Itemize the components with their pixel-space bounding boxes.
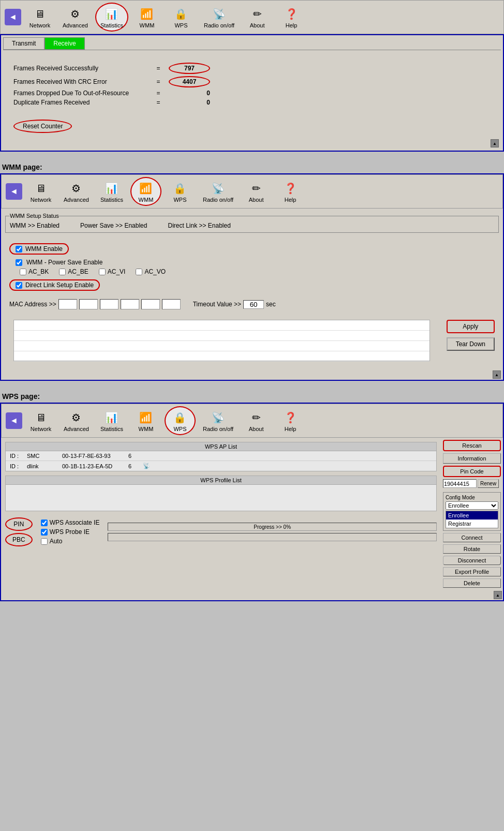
apply-button[interactable]: Apply: [447, 320, 495, 333]
wps-nav-about[interactable]: ✏ About: [241, 407, 272, 434]
wps-sidebar: Rescan Information Pin Code Renew Config…: [441, 438, 503, 590]
ap-icon-1: 📡: [143, 463, 153, 469]
wmm-nav-help[interactable]: ❓ Help: [275, 178, 306, 205]
wmm-power-save-label: WMM - Power Save Enable: [26, 259, 102, 266]
wps-ie-options: WPS Associate IE WPS Probe IE Auto: [41, 519, 100, 545]
wps-nav-bar: ◄ 🖥 Network ⚙ Advanced 📊 Statistics 📶 WM…: [1, 404, 503, 438]
stat-value-0: 797: [169, 63, 210, 74]
wps-page-header: WPS page:: [0, 388, 504, 403]
wps-nav-wmm[interactable]: 📶 WMM: [130, 407, 161, 434]
registrar-option-item[interactable]: Registrar: [446, 520, 498, 528]
ac-vo-checkbox[interactable]: [136, 269, 142, 275]
wps-label: WPS: [174, 22, 187, 28]
mac-field-1[interactable]: [79, 299, 98, 309]
transmit-tab[interactable]: Transmit: [3, 37, 45, 50]
wmm-nav-wps[interactable]: 🔒 WPS: [165, 178, 196, 205]
wmm-nav-radio[interactable]: 📡 Radio on/off: [199, 178, 238, 205]
wmm-nav-network[interactable]: 🖥 Network: [25, 178, 56, 205]
back-button[interactable]: ◄: [5, 9, 21, 25]
statistics-icon: 📊: [103, 6, 120, 22]
mac-field-2[interactable]: [100, 299, 118, 309]
delete-button[interactable]: Delete: [443, 578, 501, 588]
mac-field-5[interactable]: [162, 299, 181, 309]
wps-assoc-ie-checkbox[interactable]: [41, 520, 48, 526]
wps-nav-network[interactable]: 🖥 Network: [25, 407, 56, 434]
wmm-back-button[interactable]: ◄: [6, 183, 22, 200]
wmm-nav-wmm[interactable]: 📶 WMM: [130, 177, 161, 206]
ap-mac-1: 00-1B-11-23-EA-5D: [62, 463, 124, 469]
stats-row-0: Frames Received Successfully = 797: [13, 63, 491, 74]
pin-code-button[interactable]: Pin Code: [443, 466, 501, 477]
wps-nav-help[interactable]: ❓ Help: [275, 407, 306, 434]
wmm-table-row-3: [14, 351, 429, 362]
ac-vi-label: AC_VI: [108, 268, 126, 275]
mac-field-3[interactable]: [121, 299, 139, 309]
wmm-enable-checkbox[interactable]: [16, 246, 22, 253]
pbc-button[interactable]: PBC: [5, 533, 33, 546]
enrollee-option-item[interactable]: Enrollee: [446, 511, 498, 520]
wmm-options: WMM Enable WMM - Power Save Enable AC_BK…: [1, 237, 503, 297]
wps-about-label: About: [249, 426, 264, 432]
nav-item-network[interactable]: 🖥 Network: [24, 4, 55, 31]
receive-tab[interactable]: Receive: [45, 37, 84, 50]
wmm-nav-bar: ◄ 🖥 Network ⚙ Advanced 📊 Statistics 📶 WM…: [1, 174, 503, 209]
wmm-table: [13, 320, 430, 361]
wps-statistics-label: Statistics: [100, 426, 123, 432]
wps-scroll-up[interactable]: ▲: [494, 591, 502, 599]
mac-field-0[interactable]: [58, 299, 77, 309]
renew-button[interactable]: Renew: [478, 479, 499, 488]
pin-button[interactable]: PIN: [5, 517, 33, 531]
disconnect-button[interactable]: Disconnect: [443, 556, 501, 565]
nav-item-statistics[interactable]: 📊 Statistics: [95, 3, 128, 32]
wmm-power-save-checkbox[interactable]: [16, 259, 22, 266]
pin-input-row: Renew: [443, 479, 501, 488]
wps-radio-label: Radio on/off: [203, 426, 233, 432]
wps-probe-ie-label: WPS Probe IE: [50, 528, 90, 536]
nav-item-advanced[interactable]: ⚙ Advanced: [58, 4, 92, 31]
nav-item-about[interactable]: ✏ About: [242, 4, 273, 31]
scroll-up-arrow[interactable]: ▲: [491, 139, 499, 147]
nav-item-wmm[interactable]: 📶 WMM: [131, 4, 162, 31]
wmm-scroll-up[interactable]: ▲: [493, 370, 501, 379]
ac-bk-checkbox[interactable]: [20, 269, 26, 275]
progress-bar-row: Progress >> 0%: [108, 523, 437, 531]
teardown-button[interactable]: Tear Down: [447, 337, 495, 351]
nav-item-help[interactable]: ❓ Help: [276, 4, 307, 31]
wps-back-button[interactable]: ◄: [6, 412, 22, 429]
wmm-nav-statistics[interactable]: 📊 Statistics: [96, 178, 127, 205]
wps-nav-statistics[interactable]: 📊 Statistics: [96, 407, 127, 434]
stats-row-2: Frames Dropped Due To Out-of-Resource = …: [13, 90, 491, 97]
ac-vi-checkbox[interactable]: [99, 269, 106, 275]
wps-wmm-label: WMM: [139, 426, 154, 432]
ac-be-checkbox[interactable]: [59, 269, 66, 275]
nav-item-radio[interactable]: 📡 Radio on/off: [200, 4, 239, 31]
progress-bar-2: [108, 533, 437, 541]
wmm-nav-about[interactable]: ✏ About: [241, 178, 272, 205]
connect-button[interactable]: Connect: [443, 533, 501, 542]
timeout-input[interactable]: [243, 300, 264, 309]
wps-probe-ie-checkbox[interactable]: [41, 529, 48, 536]
wps-profile-empty: [6, 485, 436, 511]
nav-item-wps[interactable]: 🔒 WPS: [166, 4, 197, 31]
rotate-button[interactable]: Rotate: [443, 544, 501, 554]
auto-checkbox[interactable]: [41, 538, 48, 545]
rescan-button[interactable]: Rescan: [443, 440, 501, 451]
reset-counter-button[interactable]: Reset Counter: [13, 120, 72, 133]
direct-link-checkbox[interactable]: [16, 282, 22, 289]
mac-field-4[interactable]: [141, 299, 160, 309]
wps-nav-wps[interactable]: 🔒 WPS: [165, 406, 196, 435]
ac-be-item: AC_BE: [59, 268, 88, 275]
wps-nav-advanced[interactable]: ⚙ Advanced: [60, 407, 93, 434]
config-mode-select[interactable]: Enrollee Registrar: [446, 501, 498, 510]
pin-value-input[interactable]: [443, 479, 477, 488]
export-profile-button[interactable]: Export Profile: [443, 567, 501, 576]
about-icon: ✏: [249, 6, 265, 22]
wps-ap-row-1[interactable]: ID : dlink 00-1B-11-23-EA-5D 6 📡: [6, 461, 436, 471]
wps-bottom-controls: PIN PBC WPS Associate IE WPS Probe IE: [1, 515, 441, 548]
wmm-nav-advanced[interactable]: ⚙ Advanced: [60, 178, 93, 205]
wps-assoc-ie-row: WPS Associate IE: [41, 519, 100, 526]
stat-value-2: 0: [169, 90, 210, 97]
wps-nav-radio[interactable]: 📡 Radio on/off: [199, 407, 238, 434]
information-button[interactable]: Information: [443, 453, 501, 464]
wps-ap-row-0[interactable]: ID : SMC 00-13-F7-8E-63-93 6: [6, 451, 436, 461]
